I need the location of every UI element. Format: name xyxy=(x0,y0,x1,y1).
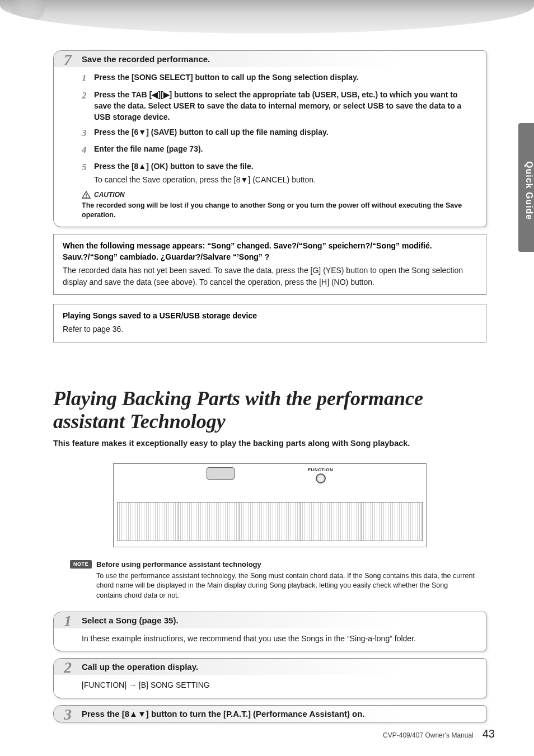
substep-5-extra: To cancel the Save operation, press the … xyxy=(94,174,476,185)
step-7-header: 7 Save the recorded performance. xyxy=(54,51,486,67)
substep-4-text: Enter the file name (page 73). xyxy=(94,143,476,157)
svg-point-2 xyxy=(86,196,87,198)
substep-num: 1 xyxy=(82,72,94,86)
substep-3-text: Press the [6▼] (SAVE) button to call up … xyxy=(94,126,476,140)
section-subtitle: This feature makes it exceptionally easy… xyxy=(53,439,486,448)
substep-2-text: Press the TAB [◀][▶] buttons to select t… xyxy=(94,89,476,123)
panel-segment xyxy=(118,503,179,541)
function-label: FUNCTION xyxy=(308,467,333,472)
message-box-title: When the following message appears: “Son… xyxy=(63,240,477,263)
note-block: NOTE Before using performance assistant … xyxy=(70,560,475,600)
step-number: 3 xyxy=(64,706,72,724)
step-7-body: 1 Press the [SONG SELECT] button to call… xyxy=(54,67,486,227)
note-body: To use the performance assistant technol… xyxy=(96,571,475,601)
substep-num: 3 xyxy=(82,126,94,140)
substep-5-text: Press the [8▲] (OK) button to save the f… xyxy=(94,161,476,175)
caution-label: CAUTION xyxy=(94,190,125,200)
footer-page-number: 43 xyxy=(483,727,495,740)
step-1-title: Select a Song (page 35). xyxy=(82,616,179,625)
step-3-header: 3 Press the [8▲▼] button to turn the [P.… xyxy=(54,706,486,722)
caution-row: CAUTION xyxy=(82,190,476,200)
panel-segment xyxy=(301,503,362,541)
function-knob-icon xyxy=(316,473,326,483)
panel-segment xyxy=(179,503,240,541)
keyboard-row xyxy=(117,502,423,541)
note-badge: NOTE xyxy=(70,560,92,569)
step-number: 2 xyxy=(64,659,72,677)
warning-triangle-icon xyxy=(82,190,91,198)
page-content: 7 Save the recorded performance. 1 Press… xyxy=(0,34,534,722)
step-1-box: 1 Select a Song (page 35). In these exam… xyxy=(53,612,486,651)
panel-segment xyxy=(362,503,422,541)
panel-segment xyxy=(240,503,301,541)
substep-num: 2 xyxy=(82,89,94,123)
step-7-title: Save the recorded performance. xyxy=(82,54,210,64)
footer-doc-title: CVP-409/407 Owner's Manual xyxy=(383,731,474,739)
step-3-title: Press the [8▲▼] button to turn the [P.A.… xyxy=(82,709,365,719)
step-2-box: 2 Call up the operation display. [FUNCTI… xyxy=(53,658,486,698)
playing-songs-box: Playing Songs saved to a USER/USB storag… xyxy=(53,304,486,342)
playing-songs-title: Playing Songs saved to a USER/USB storag… xyxy=(63,310,477,321)
step-1-body: In these example instructions, we recomm… xyxy=(54,628,486,651)
message-warning-box: When the following message appears: “Son… xyxy=(53,234,486,295)
side-tab-quick-guide: Quick Guide xyxy=(518,123,534,252)
step-2-body: [FUNCTION] → [B] SONG SETTING xyxy=(54,675,486,697)
step-2-header: 2 Call up the operation display. xyxy=(54,659,486,675)
substep-num: 4 xyxy=(82,143,94,157)
caution-text: The recorded song will be lost if you ch… xyxy=(82,201,476,220)
substep-num: 5 xyxy=(82,161,94,175)
section-title: Playing Backing Parts with the performan… xyxy=(53,387,486,434)
message-box-body: The recorded data has not yet been saved… xyxy=(63,265,477,288)
step-number: 7 xyxy=(64,51,72,69)
instrument-panel-diagram: FUNCTION xyxy=(113,463,427,547)
step-2-title: Call up the operation display. xyxy=(82,662,198,672)
decorative-header-banner xyxy=(0,0,534,34)
step-7-box: 7 Save the recorded performance. 1 Press… xyxy=(53,50,486,227)
page-footer: CVP-409/407 Owner's Manual 43 xyxy=(383,727,495,740)
playing-songs-body: Refer to page 36. xyxy=(63,323,477,335)
function-control: FUNCTION xyxy=(308,467,333,483)
substep-1-text: Press the [SONG SELECT] button to call u… xyxy=(94,72,476,86)
step-number: 1 xyxy=(64,612,72,630)
step-1-header: 1 Select a Song (page 35). xyxy=(54,612,486,628)
note-title: Before using performance assistant techn… xyxy=(96,560,475,570)
step-3-box: 3 Press the [8▲▼] button to turn the [P.… xyxy=(53,705,486,722)
panel-button-icon xyxy=(207,467,235,480)
